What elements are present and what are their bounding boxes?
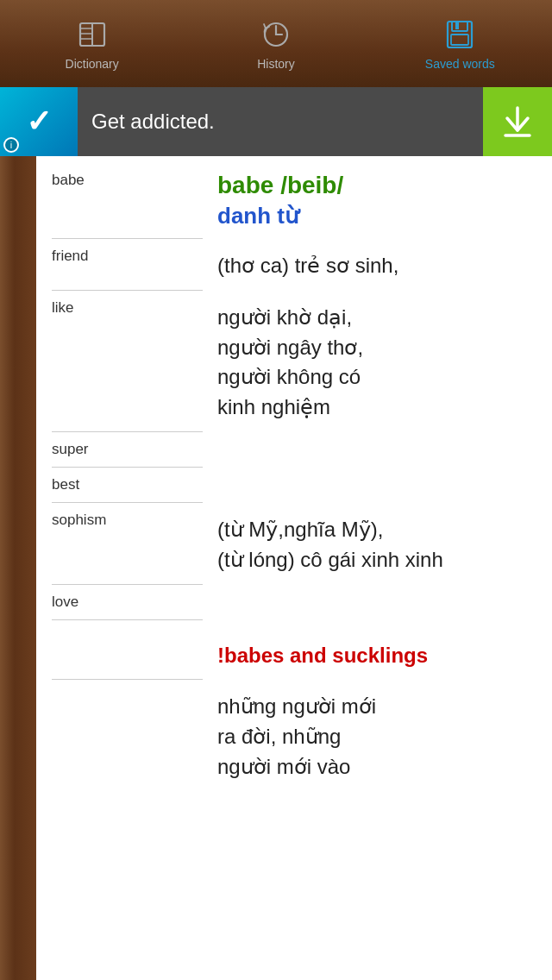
def-text-1: (thơ ca) trẻ sơ sinh,	[217, 251, 536, 281]
def-phrase: !babes and sucklings	[207, 638, 536, 671]
tab-bar: Dictionary History Saved words	[0, 0, 552, 87]
tab-history-label: History	[257, 57, 295, 71]
svg-rect-8	[455, 22, 459, 29]
def-row-love: love	[36, 594, 552, 611]
divider-1	[52, 238, 203, 239]
divider-8	[52, 679, 203, 680]
definition-header: babe /beib/ danh từ	[207, 172, 536, 229]
ad-logo-icon: ✓	[26, 104, 52, 140]
saved-word-love[interactable]: love	[52, 594, 78, 610]
content-area: babe babe /beib/ danh từ friend (thơ ca)…	[36, 156, 552, 980]
left-word-like: like	[52, 299, 207, 317]
word-class: danh từ	[217, 203, 536, 229]
def-kho-dai: người khờ dại,người ngây thơ,người không…	[207, 299, 536, 423]
left-word-babe: babe	[52, 172, 207, 189]
def-row-best: best	[36, 476, 552, 493]
main-area: babe babe /beib/ danh từ friend (thơ ca)…	[0, 156, 552, 980]
def-text-2a: người khờ dại,người ngây thơ,người không…	[217, 303, 536, 423]
def-row-phrase: !babes and sucklings	[36, 629, 552, 671]
left-word-super: super	[52, 441, 207, 458]
info-label: i	[10, 140, 12, 150]
saved-word-best[interactable]: best	[52, 476, 79, 493]
def-text-nhung: những người mớira đời, nhữngngười mới và…	[217, 692, 536, 782]
download-button[interactable]	[483, 87, 552, 156]
def-row-sophism: sophism (từ Mỹ,nghĩa Mỹ),(từ lóng) cô gá…	[36, 512, 552, 575]
divider-5	[52, 502, 203, 503]
def-text-my: (từ Mỹ,nghĩa Mỹ),(từ lóng) cô gái xinh x…	[217, 515, 536, 575]
save-icon	[442, 17, 477, 52]
tab-dictionary-label: Dictionary	[66, 57, 119, 71]
tab-dictionary[interactable]: Dictionary	[0, 17, 184, 71]
saved-word-babe[interactable]: babe	[52, 172, 85, 188]
word-header-row: babe babe /beib/ danh từ	[36, 156, 552, 229]
left-word-love: love	[52, 594, 207, 611]
saved-word-sophism[interactable]: sophism	[52, 512, 106, 528]
def-co-gai: (từ Mỹ,nghĩa Mỹ),(từ lóng) cô gái xinh x…	[207, 512, 536, 575]
phrase-babes: !babes and sucklings	[217, 641, 536, 671]
def-row-nhung: những người mớira đời, nhữngngười mới và…	[36, 688, 552, 782]
divider-6	[52, 584, 203, 585]
left-word-friend: friend	[52, 248, 207, 265]
sidebar	[0, 156, 36, 980]
svg-rect-9	[451, 35, 468, 45]
word-title: babe /beib/	[217, 172, 536, 199]
info-icon[interactable]: i	[3, 137, 19, 153]
tab-saved[interactable]: Saved words	[368, 17, 552, 71]
left-word-sophism: sophism	[52, 512, 207, 529]
left-word-best: best	[52, 476, 207, 493]
divider-4	[52, 467, 203, 468]
book-icon	[75, 17, 110, 52]
tab-history[interactable]: History	[184, 17, 367, 71]
divider-2	[52, 290, 203, 291]
def-row-super: super	[36, 441, 552, 458]
def-row-2: like người khờ dại,người ngây thơ,người …	[36, 299, 552, 423]
divider-7	[52, 619, 203, 620]
def-row-1: friend (thơ ca) trẻ sơ sinh,	[36, 248, 552, 281]
def-thoca: (thơ ca) trẻ sơ sinh,	[207, 248, 536, 281]
svg-rect-7	[452, 22, 467, 31]
def-nhung: những người mớira đời, nhữngngười mới và…	[207, 688, 536, 782]
saved-word-friend[interactable]: friend	[52, 248, 89, 264]
saved-word-super[interactable]: super	[52, 441, 89, 457]
divider-3	[52, 431, 203, 432]
ad-banner: ✓ i Get addicted.	[0, 87, 552, 156]
ad-text: Get addicted.	[78, 110, 483, 134]
saved-word-like[interactable]: like	[52, 299, 74, 316]
ad-logo: ✓ i	[0, 87, 78, 156]
history-icon	[259, 17, 293, 52]
tab-saved-label: Saved words	[425, 57, 495, 71]
